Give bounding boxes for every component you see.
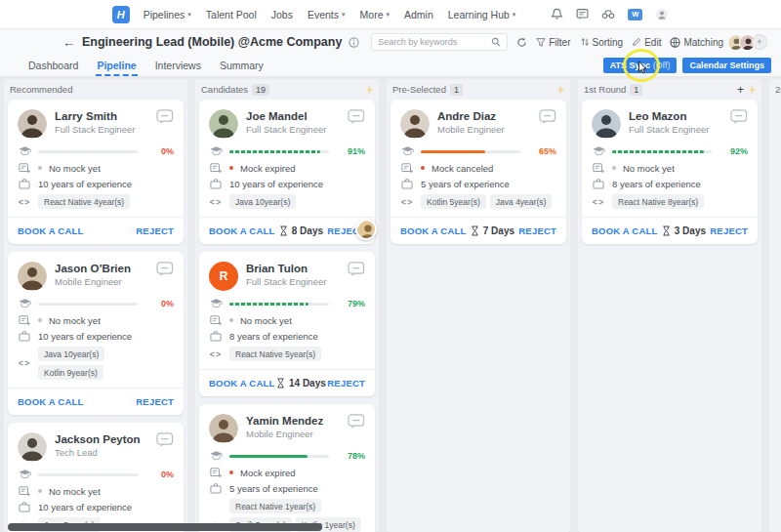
reject-button[interactable]: REJECT — [710, 225, 748, 236]
filter-button[interactable]: Filter — [536, 37, 570, 48]
matching-button[interactable]: Matching — [670, 37, 723, 48]
candidate-name: Leo Mazon — [629, 110, 709, 122]
mock-status-row: No mock yet — [18, 162, 174, 174]
tab-interviews[interactable]: Interviews — [154, 56, 202, 76]
chat-bubble-icon[interactable] — [539, 109, 556, 125]
back-arrow-icon[interactable]: ← — [62, 36, 75, 49]
info-icon[interactable] — [349, 37, 359, 48]
column-count-badge: 1 — [450, 84, 463, 96]
book-a-call-button[interactable]: BOOK A CALL — [209, 378, 274, 389]
card-header: Leo Mazon Full Stack Engineer — [582, 100, 758, 141]
add-card-button[interactable]: + — [737, 84, 744, 96]
nav-item-pipelines[interactable]: Pipelines▾ — [144, 9, 191, 20]
experience-text: 10 years of experience — [229, 179, 323, 189]
candidate-role: Mobile Engineer — [246, 429, 323, 439]
candidate-name: Andre Diaz — [437, 110, 505, 122]
add-collaborator-button[interactable]: + — [752, 34, 767, 50]
edit-button[interactable]: Edit — [632, 37, 661, 48]
automation-lightning-icon[interactable] — [749, 85, 756, 95]
candidate-card[interactable]: Leo Mazon Full Stack Engineer 92% No moc… — [582, 100, 758, 244]
book-a-call-button[interactable]: BOOK A CALL — [592, 225, 657, 236]
messages-icon[interactable] — [576, 8, 589, 20]
pipeline-column-2n: 2n — [769, 79, 781, 532]
candidate-card[interactable]: Jackson Peyton Tech Lead 0% No mock yet — [8, 423, 184, 532]
mock-interview-icon — [209, 467, 223, 478]
match-progress-track — [421, 150, 520, 153]
profile-icon[interactable] — [655, 8, 669, 21]
briefcase-icon — [209, 179, 223, 189]
top-nav: H Pipelines▾Talent PoolJobsEvents▾More▾A… — [0, 0, 781, 29]
candidate-card[interactable]: Jason O’Brien Mobile Engineer 0% No mock… — [8, 252, 184, 415]
automation-lightning-icon[interactable] — [557, 85, 564, 95]
briefcase-icon — [18, 502, 31, 512]
nav-item-label: Events — [308, 9, 339, 20]
whiteboard-badge-icon[interactable]: W — [628, 9, 642, 20]
candidate-card[interactable]: Andre Diaz Mobile Engineer 65% Mock canc… — [390, 100, 566, 244]
app-logo-icon[interactable]: H — [112, 6, 130, 23]
match-score-row: 78% — [209, 450, 365, 462]
mock-status-text: Mock expired — [240, 468, 296, 478]
mock-interview-icon — [209, 314, 223, 326]
tab-dashboard[interactable]: Dashboard — [27, 56, 79, 76]
binoculars-icon[interactable] — [601, 9, 615, 20]
tab-pipeline[interactable]: Pipeline — [96, 56, 137, 76]
card-header: Andre Diaz Mobile Engineer — [390, 100, 566, 141]
chat-bubble-icon[interactable] — [730, 109, 748, 125]
horizontal-scrollbar[interactable] — [8, 523, 322, 531]
chat-bubble-icon[interactable] — [156, 109, 174, 125]
candidate-card[interactable]: Larry Smith Full Stack Engineer 0% No mo… — [8, 100, 184, 244]
nav-item-talent-pool[interactable]: Talent Pool — [206, 9, 257, 20]
refresh-button[interactable] — [516, 37, 527, 48]
mock-status-text: Mock expired — [240, 163, 296, 174]
chat-bubble-icon[interactable] — [156, 262, 174, 277]
candidate-card[interactable]: R Brian Tulon Full Stack Engineer 79% No… — [199, 252, 375, 396]
pipeline-column-1st-round: 1st Round1+ Leo Mazon Full Stack Enginee… — [578, 79, 761, 532]
book-a-call-button[interactable]: BOOK A CALL — [400, 225, 466, 236]
mock-status-dot — [38, 489, 42, 493]
notifications-bell-icon[interactable] — [551, 8, 563, 20]
briefcase-icon — [209, 331, 223, 342]
card-header: Larry Smith Full Stack Engineer — [8, 100, 184, 141]
candidate-card[interactable]: Yamin Mendez Mobile Engineer 78% Mock ex… — [199, 404, 375, 532]
book-a-call-button[interactable]: BOOK A CALL — [18, 396, 83, 407]
nav-item-admin[interactable]: Admin — [404, 9, 433, 20]
candidate-card[interactable]: Joe Mandel Full Stack Engineer 91% Mock … — [199, 100, 375, 244]
search-input[interactable]: Search by keywords — [371, 33, 508, 51]
card-footer: BOOK A CALL REJECT — [8, 217, 184, 244]
nav-item-more[interactable]: More▾ — [360, 9, 390, 20]
chat-bubble-icon[interactable] — [348, 109, 365, 125]
reject-button[interactable]: REJECT — [327, 378, 365, 389]
match-percent: 0% — [148, 470, 174, 479]
skill-tag: Java 10year(s) — [38, 347, 104, 361]
candidate-role: Full Stack Engineer — [246, 276, 326, 287]
reject-button[interactable]: REJECT — [136, 396, 174, 407]
experience-row: 10 years of experience — [18, 331, 174, 342]
mock-status-dot — [612, 166, 616, 170]
match-score-row: 0% — [18, 145, 174, 157]
nav-item-label: Talent Pool — [206, 9, 257, 20]
book-a-call-button[interactable]: BOOK A CALL — [18, 225, 83, 236]
match-percent: 79% — [340, 299, 365, 308]
days-counter: 14 Days — [276, 378, 326, 389]
ats-sync-button[interactable]: ATS Sync (Off) — [603, 58, 678, 73]
skill-tag: React Native 4year(s) — [38, 194, 130, 209]
chat-bubble-icon[interactable] — [348, 262, 365, 277]
skill-tag: Java 4year(s) — [490, 194, 553, 209]
mock-interview-icon — [592, 162, 605, 174]
chat-bubble-icon[interactable] — [348, 414, 365, 430]
nav-items: Pipelines▾Talent PoolJobsEvents▾More▾Adm… — [144, 9, 516, 20]
reject-button[interactable]: REJECT — [136, 225, 174, 236]
nav-item-learning-hub[interactable]: Learning Hub▾ — [448, 9, 516, 20]
chat-bubble-icon[interactable] — [156, 432, 174, 448]
reject-button[interactable]: REJECT — [518, 225, 556, 236]
sorting-button[interactable]: Sorting — [580, 37, 624, 48]
assignee-avatar[interactable] — [355, 219, 377, 240]
search-icon — [491, 37, 501, 47]
nav-item-jobs[interactable]: Jobs — [271, 9, 293, 20]
automation-lightning-icon[interactable] — [366, 85, 373, 95]
tab-summary[interactable]: Summary — [219, 56, 265, 76]
book-a-call-button[interactable]: BOOK A CALL — [209, 225, 274, 236]
chevron-down-icon: ▾ — [187, 11, 191, 19]
nav-item-events[interactable]: Events▾ — [308, 9, 346, 20]
calendar-settings-button[interactable]: Calendar Settings — [682, 58, 771, 73]
